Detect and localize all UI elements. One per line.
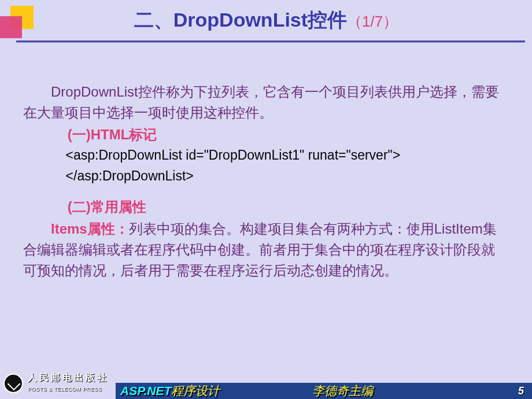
footer: 人民邮电出版社 POSTS & TELECOM PRESS ASP.NET程序设… bbox=[0, 371, 532, 399]
publisher-name-cn: 人民邮电出版社 bbox=[28, 372, 109, 384]
code-line-2: </asp:DropDownList> bbox=[23, 166, 503, 187]
intro-paragraph: DropDownList控件称为下拉列表，它含有一个项目列表供用户选择，需要在大… bbox=[23, 82, 503, 123]
book-title-rest: 程序设计 bbox=[171, 384, 220, 397]
slide-content: DropDownList控件称为下拉列表，它含有一个项目列表供用户选择，需要在大… bbox=[0, 42, 532, 281]
page-number: 5 bbox=[518, 385, 524, 397]
items-lead: Items属性： bbox=[51, 221, 129, 237]
slide-title: 二、DropDownList控件（1/7） bbox=[0, 0, 532, 34]
corner-decoration bbox=[0, 0, 52, 52]
deco-pink-square bbox=[0, 16, 22, 38]
items-paragraph: Items属性：列表中项的集合。构建项目集合有两种方式：使用ListItem集合… bbox=[23, 219, 503, 281]
publisher-logo-icon bbox=[3, 374, 23, 393]
book-title: ASP.NET程序设计 bbox=[120, 383, 220, 399]
code-line-1: <asp:DropDownList id="DropDownList1" run… bbox=[23, 145, 503, 166]
publisher-block: 人民邮电出版社 POSTS & TELECOM PRESS bbox=[0, 371, 116, 394]
book-title-asp: ASP.NET bbox=[120, 384, 171, 397]
publisher-name-en: POSTS & TELECOM PRESS bbox=[28, 386, 102, 392]
author-name: 李德奇主编 bbox=[312, 383, 373, 399]
section2-heading: (二)常用属性 bbox=[23, 197, 503, 217]
title-main: 二、DropDownList控件 bbox=[134, 9, 347, 31]
title-pager: （1/7） bbox=[347, 13, 398, 30]
section1-heading: (一)HTML标记 bbox=[23, 124, 503, 145]
footer-bar: ASP.NET程序设计 李德奇主编 5 bbox=[116, 383, 532, 399]
